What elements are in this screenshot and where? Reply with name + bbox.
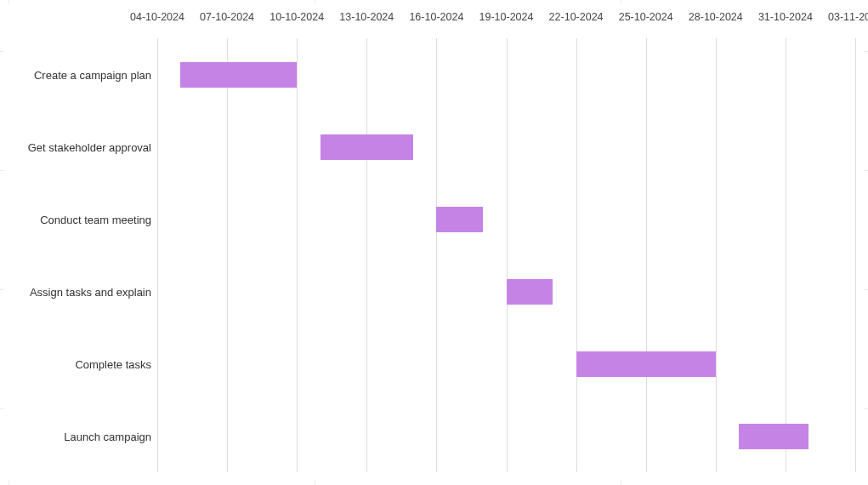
y-tick-label: Create a campaign plan xyxy=(34,68,151,81)
x-tick-label: 04-10-2024 xyxy=(130,11,184,23)
gridline xyxy=(786,38,786,472)
y-tick-label: Complete tasks xyxy=(75,357,151,370)
y-tick-label: Conduct team meeting xyxy=(40,213,151,225)
gridline xyxy=(576,38,577,472)
x-tick-label: 16-10-2024 xyxy=(409,11,463,23)
x-tick-label: 28-10-2024 xyxy=(689,11,743,23)
x-tick-label: 25-10-2024 xyxy=(619,11,673,23)
plot-area xyxy=(157,38,855,472)
gridline xyxy=(157,38,158,472)
gantt-chart: 04-10-202407-10-202410-10-202413-10-2024… xyxy=(4,4,864,481)
gridline xyxy=(297,38,298,472)
gantt-bar xyxy=(739,424,808,449)
x-tick-label: 03-11-2024 xyxy=(828,11,868,23)
gantt-bar xyxy=(321,134,413,160)
y-tick-label: Get stakeholder approval xyxy=(28,140,151,153)
gantt-bar xyxy=(507,279,553,305)
x-tick-label: 22-10-2024 xyxy=(549,11,604,23)
x-tick-label: 10-10-2024 xyxy=(269,11,324,23)
gantt-bar xyxy=(436,207,483,232)
x-tick-label: 07-10-2024 xyxy=(200,11,254,23)
gridline xyxy=(507,38,508,472)
y-axis: Create a campaign planGet stakeholder ap… xyxy=(4,38,153,472)
x-tick-label: 13-10-2024 xyxy=(339,11,394,23)
gridline xyxy=(855,38,856,472)
x-axis: 04-10-202407-10-202410-10-202413-10-2024… xyxy=(157,11,855,30)
y-tick-label: Launch campaign xyxy=(64,430,151,442)
gridline xyxy=(436,38,437,472)
y-tick-label: Assign tasks and explain xyxy=(30,285,151,298)
gridline xyxy=(646,38,647,472)
x-tick-label: 19-10-2024 xyxy=(479,11,534,23)
gantt-bar xyxy=(180,62,297,88)
gridline xyxy=(366,38,367,472)
gantt-bar xyxy=(576,351,716,377)
x-tick-label: 31-10-2024 xyxy=(758,11,813,23)
gridline xyxy=(716,38,717,472)
gridline xyxy=(227,38,228,472)
